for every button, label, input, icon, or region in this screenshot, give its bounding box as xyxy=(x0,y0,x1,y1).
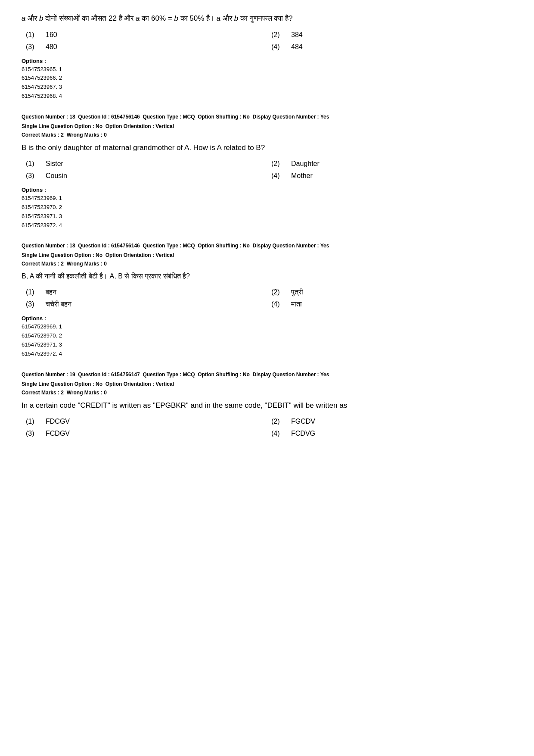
option-code-18a-2: 61547523970. 2 xyxy=(22,203,512,212)
question-18b-options: (1) बहन (2) पुत्री (3) चचेरी बहन (4) मात… xyxy=(22,288,512,308)
option-code-17-2: 61547523966. 2 xyxy=(22,74,512,83)
option-18b-4: (4) माता xyxy=(271,300,508,308)
question-19-text: In a certain code "CREDIT" is written as… xyxy=(22,400,512,411)
question-17-options: (1) 160 (2) 384 (3) 480 (4) 484 xyxy=(22,31,512,51)
option-18a-1: (1) Sister xyxy=(26,160,263,168)
question-18a-option-codes: Options : 61547523969. 1 61547523970. 2 … xyxy=(22,187,512,230)
question-18a-marks: Correct Marks : 2 Wrong Marks : 0 xyxy=(22,132,512,138)
option-code-18b-1: 61547523969. 1 xyxy=(22,322,512,331)
question-18b-option-codes: Options : 61547523969. 1 61547523970. 2 … xyxy=(22,315,512,358)
option-17-3: (3) 480 xyxy=(26,43,263,51)
options-label-18a: Options : xyxy=(22,187,512,193)
question-17-text: a और b दोनों संख्याओं का औसत 22 है और a … xyxy=(22,13,512,24)
question-18b-meta-line2: Single Line Question Option : No Option … xyxy=(22,251,512,259)
option-code-18a-1: 61547523969. 1 xyxy=(22,194,512,203)
question-19-options: (1) FDCGV (2) FGCDV (3) FCDGV (4) FCDVG xyxy=(22,418,512,437)
question-17: a और b दोनों संख्याओं का औसत 22 है और a … xyxy=(22,13,512,101)
option-code-17-3: 61547523967. 3 xyxy=(22,83,512,92)
question-19-meta-line2: Single Line Question Option : No Option … xyxy=(22,380,512,388)
question-18a-meta-line2: Single Line Question Option : No Option … xyxy=(22,122,512,130)
question-18b: Question Number : 18 Question Id : 61547… xyxy=(22,242,512,358)
question-18a: Question Number : 18 Question Id : 61547… xyxy=(22,113,512,230)
question-18a-meta-line1: Question Number : 18 Question Id : 61547… xyxy=(22,113,512,121)
options-label-18b: Options : xyxy=(22,315,512,322)
option-code-18a-3: 61547523971. 3 xyxy=(22,212,512,221)
option-17-1: (1) 160 xyxy=(26,31,263,39)
option-18a-2: (2) Daughter xyxy=(271,160,508,168)
option-18b-2: (2) पुत्री xyxy=(271,288,508,296)
option-19-3: (3) FCDGV xyxy=(26,430,263,437)
option-18a-3: (3) Cousin xyxy=(26,172,263,180)
question-18a-options: (1) Sister (2) Daughter (3) Cousin (4) M… xyxy=(22,160,512,180)
option-18a-4: (4) Mother xyxy=(271,172,508,180)
option-code-18b-4: 61547523972. 4 xyxy=(22,350,512,359)
option-code-18b-3: 61547523971. 3 xyxy=(22,341,512,350)
option-code-17-1: 61547523965. 1 xyxy=(22,65,512,74)
question-19-marks: Correct Marks : 2 Wrong Marks : 0 xyxy=(22,390,512,396)
option-17-2: (2) 384 xyxy=(271,31,508,39)
option-19-4: (4) FCDVG xyxy=(271,430,508,437)
options-label-17: Options : xyxy=(22,58,512,64)
option-18b-1: (1) बहन xyxy=(26,288,263,296)
option-code-18b-2: 61547523970. 2 xyxy=(22,331,512,341)
option-18b-3: (3) चचेरी बहन xyxy=(26,300,263,308)
question-18a-text: B is the only daughter of maternal grand… xyxy=(22,142,512,153)
option-code-17-4: 61547523968. 4 xyxy=(22,92,512,101)
option-19-1: (1) FDCGV xyxy=(26,418,263,425)
option-code-18a-4: 61547523972. 4 xyxy=(22,221,512,230)
question-18b-text: B, A की नानी की इकलौती बेटी है। A, B से … xyxy=(22,271,512,281)
question-18b-meta-line1: Question Number : 18 Question Id : 61547… xyxy=(22,242,512,250)
question-19-meta-line1: Question Number : 19 Question Id : 61547… xyxy=(22,371,512,378)
question-17-option-codes: Options : 61547523965. 1 61547523966. 2 … xyxy=(22,58,512,101)
question-19: Question Number : 19 Question Id : 61547… xyxy=(22,371,512,438)
option-19-2: (2) FGCDV xyxy=(271,418,508,425)
option-17-4: (4) 484 xyxy=(271,43,508,51)
question-18b-marks: Correct Marks : 2 Wrong Marks : 0 xyxy=(22,261,512,267)
